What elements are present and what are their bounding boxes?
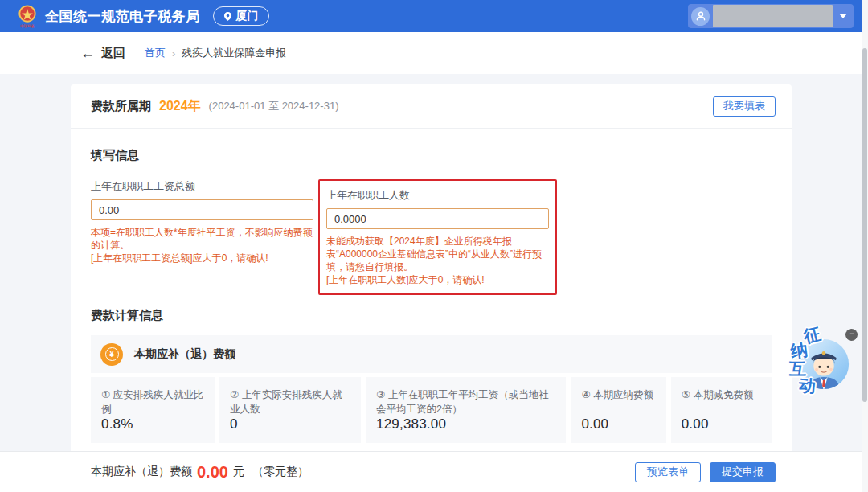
period-row: 费款所属期 2024年 (2024-01-01 至 2024-12-31) 我要… bbox=[71, 84, 792, 129]
page: 中国税务 全国统一规范电子税务局 厦门 ← 返回 首页 › 残疾人就业保障金申报 bbox=[0, 0, 868, 492]
hint-line: 未能成功获取【2024年度】企业所得税年报表“A000000企业基础信息表”中的… bbox=[326, 235, 549, 273]
summary-label: 本期应补（退）费额 bbox=[134, 347, 235, 362]
calc-column-actual-disabled: ② 上年实际安排残疾人就业人数 0 bbox=[219, 377, 361, 443]
period-year: 2024年 bbox=[159, 98, 201, 115]
location-selector[interactable]: 厦门 bbox=[213, 6, 269, 26]
calc-value: 0 bbox=[230, 416, 351, 433]
preview-form-button[interactable]: 预览表单 bbox=[635, 462, 701, 482]
calculation-columns: ① 应安排残疾人就业比例 0.8% ② 上年实际安排残疾人就业人数 0 ③ 上年… bbox=[91, 377, 772, 443]
calc-label: ⑤ 本期减免费额 bbox=[682, 387, 762, 402]
calculation-section: 费款计算信息 ¥ 本期应补（退）费额 ① 应安排残疾人就业比例 0.8% ② 上… bbox=[71, 295, 792, 443]
breadcrumb-home-link[interactable]: 首页 bbox=[145, 46, 166, 60]
breadcrumb-current: 残疾人就业保障金申报 bbox=[182, 46, 286, 60]
employee-count-input[interactable] bbox=[326, 208, 549, 229]
hint-line: 本项=在职职工人数*年度社平工资，不影响应纳费额的计算。 bbox=[91, 226, 313, 252]
calc-label: ② 上年实际安排残疾人就业人数 bbox=[230, 387, 351, 416]
calc-value: 0.8% bbox=[101, 416, 205, 433]
calc-value: 129,383.00 bbox=[376, 416, 556, 433]
widget-char: 动 bbox=[798, 374, 817, 398]
fill-info-section: 填写信息 上年在职职工工资总额 本项=在职职工人数*年度社平工资，不影响应纳费额… bbox=[71, 129, 792, 295]
fill-form-button[interactable]: 我要填表 bbox=[713, 96, 776, 117]
back-button[interactable]: ← 返回 bbox=[80, 46, 125, 61]
back-arrow-icon: ← bbox=[80, 46, 95, 60]
hint-line: [上年在职职工人数]应大于0，请确认! bbox=[326, 273, 549, 286]
location-label: 厦门 bbox=[236, 9, 259, 23]
field-total-wages: 上年在职职工工资总额 本项=在职职工人数*年度社平工资，不影响应纳费额的计算。 … bbox=[91, 179, 313, 264]
calc-value: 0.00 bbox=[682, 416, 762, 433]
tax-bureau-logo-icon: 中国税务 bbox=[18, 5, 37, 28]
footer-buttons: 预览表单 提交申报 bbox=[635, 462, 776, 482]
declaration-card: 费款所属期 2024年 (2024-01-01 至 2024-12-31) 我要… bbox=[71, 84, 792, 451]
fill-info-title: 填写信息 bbox=[91, 148, 772, 163]
footer-bar: 本期应补（退）费额 0.00 元 （零元整） 预览表单 提交申报 bbox=[0, 451, 868, 492]
calc-label: ① 应安排残疾人就业比例 bbox=[101, 387, 205, 416]
footer-amount-unit: 元 bbox=[233, 465, 244, 479]
calc-value: 0.00 bbox=[581, 416, 656, 433]
breadcrumb-bar: ← 返回 首页 › 残疾人就业保障金申报 bbox=[0, 32, 868, 74]
logo-caption: 中国税务 bbox=[20, 24, 35, 28]
calc-column-reduction: ⑤ 本期减免费额 0.00 bbox=[671, 377, 772, 443]
calc-column-payable: ④ 本期应纳费额 0.00 bbox=[571, 377, 665, 443]
minimize-widget-button[interactable]: − bbox=[845, 329, 858, 341]
user-account-dropdown[interactable] bbox=[688, 4, 854, 28]
calc-column-avg-wage: ③ 上年在职职工年平均工资（或当地社会平均工资的2倍） 129,383.00 bbox=[366, 377, 566, 443]
field-employee-count: 上年在职职工人数 未能成功获取【2024年度】企业所得税年报表“A000000企… bbox=[326, 188, 549, 286]
yuan-coin-icon: ¥ bbox=[100, 343, 123, 366]
calc-label: ③ 上年在职职工年平均工资（或当地社会平均工资的2倍） bbox=[376, 387, 556, 416]
total-wages-input[interactable] bbox=[91, 199, 313, 220]
field-total-wages-label: 上年在职职工工资总额 bbox=[91, 179, 313, 194]
page-scrollbar bbox=[862, 0, 868, 492]
highlighted-field-box: 上年在职职工人数 未能成功获取【2024年度】企业所得税年报表“A000000企… bbox=[318, 179, 557, 295]
summary-panel: ¥ 本期应补（退）费额 bbox=[91, 335, 772, 373]
field-employee-count-label: 上年在职职工人数 bbox=[326, 188, 549, 203]
location-pin-icon bbox=[223, 11, 232, 22]
main-content: 费款所属期 2024年 (2024-01-01 至 2024-12-31) 我要… bbox=[0, 74, 868, 451]
calc-label: ④ 本期应纳费额 bbox=[581, 387, 656, 402]
back-label: 返回 bbox=[101, 46, 125, 61]
app-title: 全国统一规范电子税务局 bbox=[45, 7, 200, 26]
field-employee-count-hints: 未能成功获取【2024年度】企业所得税年报表“A000000企业基础信息表”中的… bbox=[326, 235, 549, 286]
breadcrumb: 首页 › 残疾人就业保障金申报 bbox=[145, 46, 286, 60]
field-total-wages-hints: 本项=在职职工人数*年度社平工资，不影响应纳费额的计算。 [上年在职职工工资总额… bbox=[91, 226, 313, 264]
footer-amount-label: 本期应补（退）费额 bbox=[91, 465, 192, 479]
calc-column-ratio: ① 应安排残疾人就业比例 0.8% bbox=[91, 377, 215, 443]
submit-declaration-button[interactable]: 提交申报 bbox=[710, 462, 776, 482]
breadcrumb-separator-icon: › bbox=[172, 47, 175, 59]
form-fields: 上年在职职工工资总额 本项=在职职工人数*年度社平工资，不影响应纳费额的计算。 … bbox=[91, 179, 772, 295]
chevron-down-icon bbox=[839, 14, 847, 18]
footer-amount-words: （零元整） bbox=[252, 465, 309, 479]
user-avatar-icon bbox=[691, 7, 710, 26]
hint-line: [上年在职职工工资总额]应大于0，请确认! bbox=[91, 252, 313, 264]
period-label: 费款所属期 bbox=[91, 99, 151, 114]
calculation-title: 费款计算信息 bbox=[91, 308, 772, 323]
yuan-symbol: ¥ bbox=[109, 350, 114, 359]
app-header: 中国税务 全国统一规范电子税务局 厦门 bbox=[0, 0, 868, 32]
footer-amount-value: 0.00 bbox=[197, 463, 228, 482]
period-date-range: (2024-01-01 至 2024-12-31) bbox=[209, 99, 339, 113]
user-name-redacted bbox=[713, 5, 833, 27]
tax-assistant-widget[interactable]: 征 纳 互 动 − bbox=[788, 323, 864, 397]
